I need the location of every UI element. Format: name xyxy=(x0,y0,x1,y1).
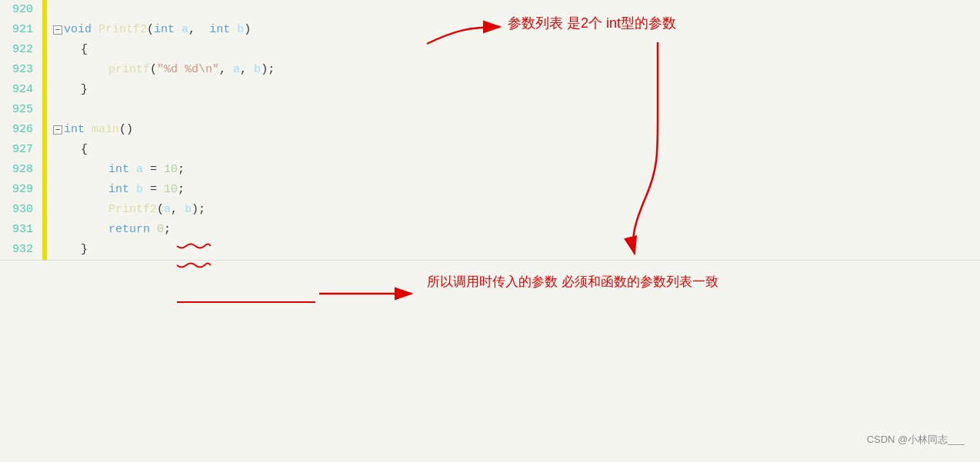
line-number: 925 xyxy=(0,100,42,120)
code-line: } xyxy=(47,240,980,261)
code-line: return 0; xyxy=(47,220,980,240)
annotation-text-1: 参数列表 是2个 int型的参数 xyxy=(508,14,676,32)
collapse-btn[interactable]: − xyxy=(53,25,62,35)
line-number: 920 xyxy=(0,0,42,20)
table-row: 922 { xyxy=(0,40,980,60)
line-number: 921 xyxy=(0,20,42,40)
code-line: Printf2(a, b); xyxy=(47,200,980,220)
table-row: 929 int b = 10; xyxy=(0,180,980,200)
code-table: 920 921 −void Printf2(int a, int b) 922 … xyxy=(0,0,980,261)
line-number: 927 xyxy=(0,140,42,160)
code-area: 920 921 −void Printf2(int a, int b) 922 … xyxy=(0,0,980,462)
underline-int-929 xyxy=(177,264,211,268)
line-number: 922 xyxy=(0,40,42,60)
code-line: } xyxy=(47,80,980,100)
line-number: 928 xyxy=(0,160,42,180)
table-row: 923 printf("%d %d\n", a, b); xyxy=(0,60,980,80)
code-line: int b = 10; xyxy=(47,180,980,200)
table-row: 930 Printf2(a, b); xyxy=(0,200,980,220)
annotation-text-2: 所以调用时传入的参数 必须和函数的参数列表一致 xyxy=(427,273,718,291)
table-row: 924 } xyxy=(0,80,980,100)
line-number: 923 xyxy=(0,60,42,80)
code-line: { xyxy=(47,140,980,160)
line-number: 926 xyxy=(0,120,42,140)
code-line: printf("%d %d\n", a, b); xyxy=(47,60,980,80)
collapse-btn-main[interactable]: − xyxy=(53,125,62,135)
code-line xyxy=(47,100,980,120)
code-line: int a = 10; xyxy=(47,160,980,180)
table-row: 925 xyxy=(0,100,980,120)
table-row: 932 } xyxy=(0,240,980,261)
table-row: 920 xyxy=(0,0,980,20)
table-row: 931 return 0; xyxy=(0,220,980,240)
line-number: 929 xyxy=(0,180,42,200)
table-row: 921 −void Printf2(int a, int b) xyxy=(0,20,980,40)
code-line: { xyxy=(47,40,980,60)
watermark: CSDN @小林同志___ xyxy=(867,433,965,447)
line-number: 931 xyxy=(0,220,42,240)
code-line: −int main() xyxy=(47,120,980,140)
line-number: 924 xyxy=(0,80,42,100)
line-number: 932 xyxy=(0,240,42,261)
table-row: 928 int a = 10; xyxy=(0,160,980,180)
line-number: 930 xyxy=(0,200,42,220)
table-row: 927 { xyxy=(0,140,980,160)
table-row: 926 −int main() xyxy=(0,120,980,140)
